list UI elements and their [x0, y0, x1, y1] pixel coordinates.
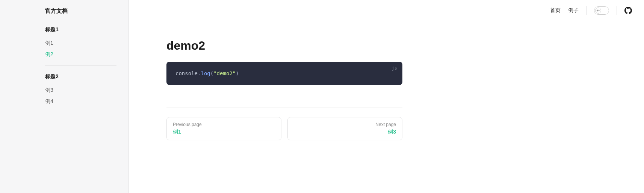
next-page-title: 例3 [294, 129, 396, 135]
prev-page-link[interactable]: Previous page 例1 [166, 117, 281, 140]
sidebar-group-title: 标题2 [45, 72, 116, 82]
nav-link-examples[interactable]: 例子 [568, 7, 579, 14]
prev-page-title: 例1 [173, 129, 275, 135]
nav-link-home[interactable]: 首页 [550, 7, 561, 14]
sidebar-group-1: 标题2 例3 例4 [45, 72, 116, 112]
sun-icon [596, 9, 600, 12]
code-lang-label: js [392, 65, 397, 72]
code-content: console.log("demo2") [175, 69, 393, 78]
code-token: "demo2" [213, 70, 236, 76]
content: demo2 js console.log("demo2") Previous p… [129, 21, 425, 158]
next-page-link[interactable]: Next page 例3 [287, 117, 402, 140]
divider [617, 6, 617, 15]
header: 首页 例子 [129, 0, 644, 21]
svg-line-8 [599, 9, 599, 10]
next-page-label: Next page [294, 122, 396, 127]
code-token: ( [210, 70, 213, 76]
page-title: demo2 [166, 39, 402, 53]
svg-line-3 [597, 9, 597, 10]
theme-toggle[interactable] [594, 6, 609, 15]
nav-footer: Previous page 例1 Next page 例3 [166, 108, 402, 140]
main: 首页 例子 [129, 0, 644, 193]
code-token: console [175, 70, 198, 76]
code-token: ) [236, 70, 239, 76]
sidebar-title: 官方文档 [45, 8, 116, 20]
sidebar: 官方文档 标题1 例1 例2 标题2 例3 例4 [0, 0, 129, 193]
svg-line-7 [597, 11, 597, 12]
code-block: js console.log("demo2") [166, 62, 402, 85]
sidebar-item-ex2[interactable]: 例2 [45, 49, 116, 60]
sidebar-item-ex3[interactable]: 例3 [45, 85, 116, 96]
theme-toggle-knob [595, 8, 601, 14]
svg-line-4 [599, 11, 599, 12]
github-icon [624, 7, 632, 14]
sidebar-group-title: 标题1 [45, 25, 116, 35]
code-token: log [201, 70, 210, 76]
sidebar-item-ex4[interactable]: 例4 [45, 96, 116, 107]
divider [586, 6, 587, 15]
prev-page-label: Previous page [173, 122, 275, 127]
svg-point-0 [597, 10, 599, 11]
github-link[interactable] [624, 7, 632, 14]
sidebar-item-ex1[interactable]: 例1 [45, 38, 116, 49]
sidebar-group-0: 标题1 例1 例2 [45, 25, 116, 66]
